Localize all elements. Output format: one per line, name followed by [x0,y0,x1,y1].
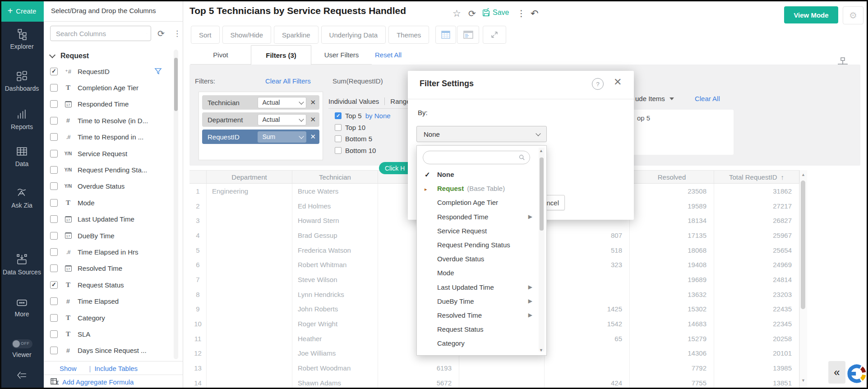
field-row[interactable]: Request Pending Sta... [44,162,183,178]
dropdown-scrollbar-thumb[interactable] [540,157,544,231]
include-tables-link[interactable]: Include Tables [94,365,138,372]
brand-logo-box[interactable] [846,360,867,388]
dropdown-item[interactable]: Responded Time ▶ [417,210,535,224]
filter-chip[interactable]: Technician Actual ✕ [202,95,319,110]
dropdown-item[interactable]: Mode ▶ [417,266,535,280]
field-checkbox[interactable] [50,330,58,338]
topn-option-row[interactable]: Bottom 10 [335,147,379,154]
table-scrollbar-thumb[interactable] [801,181,805,309]
table-scroll-up-icon[interactable]: ▲ [801,172,805,177]
field-checkbox[interactable] [50,133,58,141]
toolbar-button[interactable]: Show/Hide [222,26,272,44]
dropdown-scroll-up-icon[interactable]: ▲ [539,148,543,153]
table-row[interactable]: 14 Shawn Adams 5672 424 7755 13851 [189,375,799,389]
topn-option-row[interactable]: Top 5 by None [335,112,391,120]
help-icon[interactable]: ? [592,78,604,90]
dropdown-item[interactable]: Category ▶ [417,336,535,350]
chip-remove-icon[interactable]: ✕ [310,98,316,107]
sidebar-item-explorer[interactable]: Explorer [0,28,44,50]
field-checkbox[interactable] [50,68,58,75]
field-row[interactable]: Time to Resolve (in D... [44,112,183,129]
chip-aggregate-select[interactable]: Sum [258,131,306,143]
field-row[interactable]: Responded Time [44,96,183,112]
dropdown-item[interactable]: DueBy Time ▶ [417,294,535,308]
show-link[interactable]: Show [60,365,77,372]
topn-option-row[interactable]: Bottom 5 [335,135,376,143]
dropdown-item[interactable]: Overdue Status ▶ [417,252,535,266]
clear-all-filters-link[interactable]: Clear All Filters [265,77,311,85]
columns-kebab-icon[interactable]: ⋮ [173,29,181,38]
field-row[interactable]: SLA [44,326,183,342]
tab-user-filters[interactable]: User Filters [311,45,372,65]
tab-range[interactable]: Range [384,97,408,105]
sidebar-item-data-sources[interactable]: Data Sources [0,254,44,276]
field-row[interactable]: Overdue Status [44,178,183,194]
field-checkbox[interactable] [50,281,58,289]
tab-filters[interactable]: Filters (3) [251,45,311,65]
table-scroll-down-icon[interactable]: ▼ [801,378,805,383]
field-checkbox[interactable] [50,84,58,92]
field-row[interactable]: RequestID [44,63,183,79]
add-aggregate-row[interactable]: Σ Add Aggregate Formula [44,375,183,389]
dropdown-item[interactable]: Request Status ▶ [417,322,535,336]
field-row[interactable]: Category [44,310,183,326]
section-request[interactable]: Request [44,49,183,63]
chip-aggregate-select[interactable]: Actual [258,97,306,108]
save-button[interactable]: * Save [482,8,509,17]
collapse-rail-button[interactable] [0,369,44,384]
filter-chip[interactable]: RequestID Sum ✕ [202,130,319,144]
toolbar-button[interactable]: Sparkline [274,26,319,44]
dropdown-item[interactable]: Resolved Time ▶ [417,308,535,322]
dropdown-search-input[interactable] [429,153,519,162]
field-checkbox[interactable] [50,232,58,240]
field-checkbox[interactable] [50,117,58,125]
field-checkbox[interactable] [50,297,58,305]
dropdown-item[interactable]: Request (Base Table) ▶ [417,181,535,195]
option-checkbox[interactable] [335,112,342,119]
header-total-requestid[interactable]: Total RequestID ↑ [714,171,799,183]
title-kebab-icon[interactable]: ⋮ [517,8,526,19]
by-select[interactable]: None [416,126,547,142]
filter-chip[interactable]: Department Actual ✕ [202,112,319,127]
include-items-fragment[interactable]: ude Items Clear All [635,95,720,102]
field-checkbox[interactable] [50,100,58,108]
refresh-report-icon[interactable]: ⟳ [468,8,476,19]
compact-view-button[interactable] [457,26,479,44]
header-technician[interactable]: Technician [292,171,378,183]
add-aggregate-link[interactable]: Add Aggregate Formula [62,378,134,386]
favorite-star-icon[interactable]: ☆ [452,8,461,19]
sidebar-item-reports[interactable]: Reports [0,108,44,130]
search-columns-input[interactable] [55,29,147,38]
panel-scrollbar-thumb[interactable] [174,58,178,111]
field-row[interactable]: Request Status [44,277,183,293]
field-row[interactable]: Time to Respond in ... [44,129,183,145]
field-row[interactable]: Time Elapsed [44,293,183,309]
chip-aggregate-select[interactable]: Actual [258,114,306,125]
grid-view-button[interactable] [435,26,456,44]
option-checkbox[interactable] [335,135,342,142]
dropdown-item[interactable]: None ▶ [417,167,535,181]
by-none-link[interactable]: by None [365,112,391,120]
collapse-panel-button[interactable]: « [828,361,845,384]
collapse-view-button[interactable] [483,26,506,44]
header-department[interactable]: Department [207,171,292,183]
toolbar-button[interactable]: Sort [191,26,220,44]
field-checkbox[interactable] [50,199,58,207]
field-checkbox[interactable] [50,150,58,157]
field-row[interactable]: Mode [44,194,183,211]
field-checkbox[interactable] [50,215,58,223]
tab-pivot[interactable]: Pivot [190,45,251,65]
refresh-columns-icon[interactable]: ⟳ [157,28,165,39]
field-checkbox[interactable] [50,347,58,354]
sidebar-item-dashboards[interactable]: Dashboards [0,70,44,92]
table-row[interactable]: 13 Robert Woodman 6193 7792 13985 [189,361,799,375]
field-row[interactable]: Service Request [44,145,183,162]
create-button[interactable]: + Create [0,0,44,22]
field-row[interactable]: Days Since Request ... [44,343,183,359]
toolbar-button[interactable]: Themes [388,26,429,44]
viewer-toggle[interactable]: OFF [12,339,32,348]
field-checkbox[interactable] [50,182,58,190]
field-row[interactable]: Time Elapsed in Hrs [44,244,183,260]
dropdown-item[interactable]: Completion Age Tier ▶ [417,195,535,209]
chip-remove-icon[interactable]: ✕ [310,133,316,141]
